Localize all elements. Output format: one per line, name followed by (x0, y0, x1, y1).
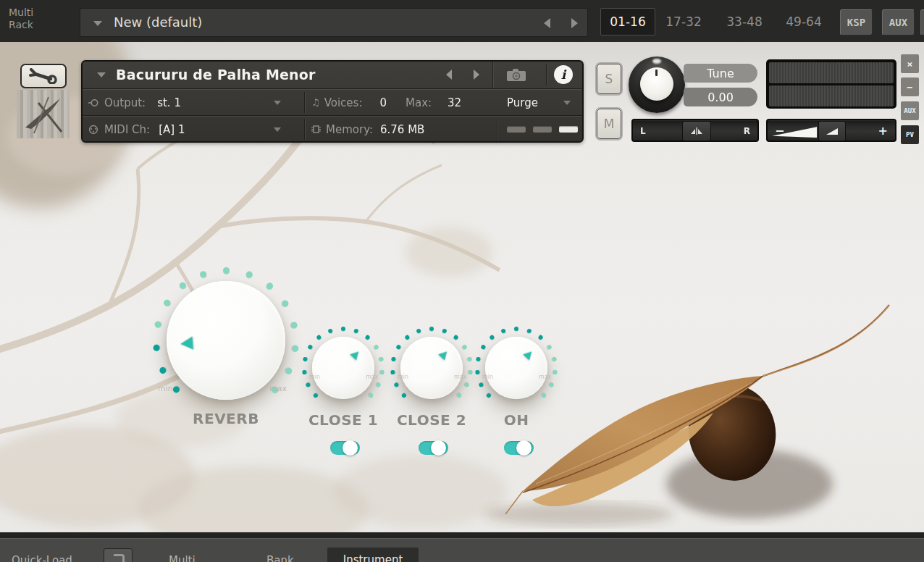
knob-scale-dot (489, 335, 495, 340)
tab-instruments-17-32[interactable]: 17-32 (656, 8, 711, 35)
output-selector[interactable]: Output: st. 1 (88, 89, 303, 116)
next-instrument-icon[interactable] (474, 70, 479, 80)
knob-scale-dot (379, 356, 384, 361)
ksp-button[interactable]: KSP (840, 9, 873, 35)
knob-scale-dot (302, 370, 307, 375)
tune-knob[interactable] (629, 56, 685, 113)
level-meter-left (769, 62, 894, 83)
knob-scale-dot (456, 393, 462, 398)
pan-slider[interactable]: L R (631, 119, 759, 142)
close1-min-label: min (309, 374, 320, 380)
quickload-label[interactable]: Quick-Load (12, 554, 72, 562)
close2-toggle-knob[interactable] (431, 440, 446, 456)
oh-toggle-knob[interactable] (516, 440, 532, 456)
volume-wedge-icon (826, 127, 838, 135)
instrument-thumbnail[interactable] (17, 90, 70, 138)
oh-max-label: max (539, 374, 551, 380)
info-button[interactable]: i (554, 65, 573, 84)
voices-value: 0 (379, 96, 387, 109)
pan-handle[interactable] (682, 121, 711, 141)
close2-knob-face (400, 337, 463, 399)
knob-scale-dot (541, 393, 547, 398)
quickload-tab-multi[interactable]: Multi (169, 554, 196, 562)
knob-scale-dot (316, 335, 322, 340)
next-multi-arrow-icon[interactable] (571, 18, 578, 28)
previous-multi-arrow-icon[interactable] (544, 18, 550, 28)
partial-button[interactable] (920, 9, 924, 35)
quickload-bottombar: Quick-Load Multi Bank Instrument (0, 538, 924, 562)
knob-scale-dot (307, 344, 313, 350)
midi-ch-value: [A] 1 (159, 123, 185, 136)
volume-plus-label[interactable]: + (878, 124, 888, 138)
knob-scale-dot (390, 370, 395, 375)
close1-toggle[interactable] (330, 441, 360, 455)
knob-scale-dot (285, 366, 293, 375)
knob-scale-dot (265, 281, 274, 290)
volume-handle[interactable] (818, 121, 846, 141)
knob-scale-dot (178, 281, 188, 290)
tab-instruments-49-64[interactable]: 49-64 (776, 8, 831, 35)
oh-knob[interactable] (469, 321, 563, 415)
knob-scale-dot (514, 327, 518, 331)
minimize-instrument-icon[interactable] (97, 72, 106, 77)
memory-chip-icon (311, 125, 321, 134)
knob-scale-dot (404, 335, 410, 340)
knob-scale-dot (327, 328, 333, 334)
knob-scale-dot (198, 270, 206, 278)
tune-value[interactable]: 0.00 (684, 88, 757, 106)
close1-toggle-knob[interactable] (343, 440, 358, 456)
edit-instrument-button[interactable] (20, 64, 67, 88)
midi-channel-selector[interactable]: MIDI Ch: [A] 1 (88, 116, 303, 143)
mute-button[interactable]: M (597, 109, 621, 139)
close1-knob[interactable] (296, 321, 390, 415)
instrument-title[interactable]: Bacururu de Palha Menor (116, 67, 316, 83)
knob-scale-dot (313, 393, 319, 398)
close2-knob[interactable] (385, 321, 479, 415)
multi-preset-selector[interactable]: New (default) (80, 8, 588, 37)
camera-icon (506, 67, 526, 82)
quickload-refresh-button[interactable] (104, 548, 133, 562)
previous-instrument-icon[interactable] (446, 70, 452, 80)
snapshot-camera-button[interactable] (506, 67, 526, 85)
knob-scale-dot (401, 393, 407, 398)
reverb-knob[interactable] (146, 261, 306, 420)
knob-scale-dot (547, 344, 553, 350)
oh-knob-face (485, 337, 547, 399)
knob-scale-dot (374, 344, 379, 350)
quickload-tab-bank[interactable]: Bank (266, 554, 294, 562)
aux-button[interactable]: AUX (882, 9, 915, 35)
solo-button[interactable]: S (597, 64, 621, 94)
multi-rack-topbar: Multi Rack New (default) 01-16 17-32 33-… (0, 0, 924, 43)
knob-scale-dot (391, 356, 396, 361)
midi-dropdown-icon[interactable] (274, 127, 281, 132)
purge-led-1 (507, 126, 526, 133)
multi-rack-label: Multi Rack (9, 7, 45, 31)
tab-instruments-33-48[interactable]: 33-48 (717, 8, 772, 35)
knob-scale-dot (429, 327, 434, 331)
oh-toggle[interactable] (504, 441, 534, 455)
knob-scale-dot (172, 385, 181, 395)
minimize-button[interactable]: − (901, 77, 919, 96)
knob-scale-dot (486, 393, 492, 398)
chevron-down-icon[interactable] (93, 21, 102, 26)
knob-scale-dot (353, 328, 359, 334)
purge-label: Purge (507, 96, 538, 109)
wrench-icon (29, 68, 58, 84)
output-dropdown-icon[interactable] (274, 101, 281, 105)
close2-toggle[interactable] (419, 441, 448, 455)
quickload-tab-instrument[interactable]: Instrument (327, 548, 419, 562)
remove-instrument-button[interactable]: × (901, 54, 919, 73)
close2-min-label: min (398, 374, 408, 380)
aux-sends-button[interactable]: AUX (901, 101, 919, 120)
memory-label: Memory: (326, 123, 373, 136)
tab-instruments-01-16[interactable]: 01-16 (600, 8, 655, 35)
performance-view-button[interactable]: PV (901, 125, 919, 144)
tune-label-tag: Tune (684, 64, 757, 83)
level-meter-right (769, 85, 894, 106)
max-voices-label: Max: (406, 96, 432, 109)
header-midi-row: MIDI Ch: [A] 1 Memory: 6.76 MB (83, 115, 582, 143)
volume-slider[interactable]: − + (766, 119, 896, 142)
close1-max-label: max (366, 374, 378, 380)
output-value: st. 1 (157, 96, 181, 109)
purge-dropdown-icon[interactable] (563, 101, 571, 105)
